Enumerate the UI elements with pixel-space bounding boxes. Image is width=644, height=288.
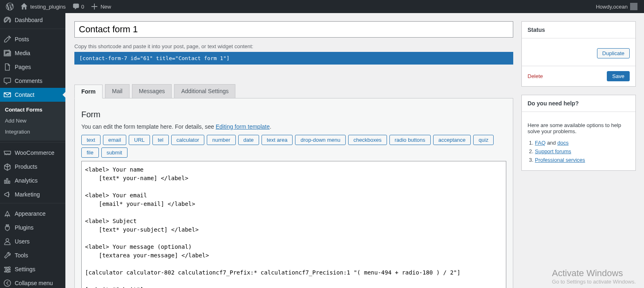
marketing-icon	[3, 190, 11, 199]
menu-item-label: Settings	[15, 266, 36, 272]
media-icon	[3, 49, 11, 57]
avatar	[630, 3, 637, 10]
menu-item-label: Products	[15, 163, 37, 170]
analytics-icon	[3, 176, 11, 185]
tag-btn-text-area[interactable]: text area	[262, 135, 293, 145]
help-link-forums[interactable]: Support forums	[535, 148, 571, 154]
tag-btn-file[interactable]: file	[81, 147, 99, 158]
contact-icon	[3, 91, 11, 99]
tag-btn-checkboxes[interactable]: checkboxes	[348, 135, 387, 145]
help-list: FAQ and docs Support forums Professional…	[535, 140, 630, 163]
form-panel: Form You can edit the form template here…	[74, 98, 513, 288]
form-desc-prefix: You can edit the form template here. For…	[81, 123, 216, 130]
menu-separator	[0, 142, 65, 144]
howdy-prefix: Howdy,	[596, 4, 613, 10]
submenu-item-add-new[interactable]: Add New	[0, 115, 65, 126]
help-heading: Do you need help?	[522, 95, 635, 112]
settings-icon	[3, 265, 11, 273]
tag-btn-radio-buttons[interactable]: radio buttons	[389, 135, 431, 145]
help-postbox: Do you need help? Here are some availabl…	[521, 95, 636, 171]
appearance-icon	[3, 210, 11, 218]
menu-item-woocommerce[interactable]: WooCommerce	[0, 146, 65, 160]
menu-item-label: Collapse menu	[15, 280, 53, 286]
tag-btn-email[interactable]: email	[103, 135, 126, 145]
menu-item-label: Analytics	[15, 177, 38, 184]
status-heading: Status	[522, 22, 635, 38]
comments-bubble[interactable]: 0	[69, 0, 87, 13]
menu-item-plugins[interactable]: Plugins	[0, 221, 65, 234]
shortcode-note: Copy this shortcode and paste it into yo…	[74, 43, 513, 49]
menu-item-media[interactable]: Media	[0, 46, 65, 60]
tag-btn-drop-down-menu[interactable]: drop-down menu	[295, 135, 346, 145]
menu-item-contact[interactable]: Contact	[0, 88, 65, 102]
woocommerce-icon	[3, 149, 11, 157]
home-icon	[20, 3, 28, 10]
editing-template-link[interactable]: Editing form template	[216, 123, 270, 130]
plus-icon	[91, 3, 98, 10]
menu-item-tools[interactable]: Tools	[0, 248, 65, 262]
site-name[interactable]: testing_plugins	[17, 0, 69, 13]
tag-btn-url[interactable]: URL	[129, 135, 150, 145]
tag-btn-calculator[interactable]: calculator	[171, 135, 205, 145]
wp-logo[interactable]	[2, 0, 17, 13]
menu-item-collapse[interactable]: Collapse menu	[0, 276, 65, 288]
menu-item-users[interactable]: Users	[0, 234, 65, 248]
collapse-icon	[3, 279, 11, 287]
tab-mail[interactable]: Mail	[105, 84, 130, 98]
form-panel-heading: Form	[81, 110, 506, 119]
menu-item-dashboard[interactable]: Dashboard	[0, 13, 65, 27]
save-button[interactable]: Save	[607, 71, 630, 81]
tag-btn-acceptance[interactable]: acceptance	[433, 135, 471, 145]
submenu-item-integration[interactable]: Integration	[0, 126, 65, 137]
form-desc-suffix: .	[270, 123, 271, 130]
form-title-input[interactable]	[74, 21, 513, 38]
menu-item-comments[interactable]: Comments	[0, 74, 65, 88]
my-account[interactable]: Howdy, ocean	[593, 0, 641, 13]
help-link-pro[interactable]: Professional services	[535, 157, 585, 163]
duplicate-button[interactable]: Duplicate	[597, 48, 630, 58]
tag-btn-number[interactable]: number	[207, 135, 235, 145]
menu-item-analytics[interactable]: Analytics	[0, 174, 65, 188]
form-template-textarea[interactable]	[81, 161, 506, 288]
comments-icon	[3, 77, 11, 85]
comment-icon	[72, 3, 80, 10]
help-link-docs[interactable]: docs	[557, 140, 568, 146]
sidebar-right: Status Duplicate Delete Save Do you need…	[521, 21, 636, 179]
tag-buttons: textemailURLtelcalculatornumberdatetext …	[81, 135, 506, 158]
menu-item-pages[interactable]: Pages	[0, 60, 65, 74]
tag-btn-submit[interactable]: submit	[101, 147, 127, 158]
help-and: and	[546, 140, 557, 146]
tab-addl[interactable]: Additional Settings	[174, 84, 235, 98]
delete-link[interactable]: Delete	[528, 73, 543, 79]
menu-item-label: Contact	[15, 92, 34, 98]
menu-item-label: Tools	[15, 252, 28, 259]
tag-btn-text[interactable]: text	[81, 135, 101, 145]
plugins-icon	[3, 223, 11, 232]
menu-item-label: Posts	[15, 36, 29, 42]
menu-item-label: Appearance	[15, 210, 46, 217]
submenu-item-contact-forms[interactable]: Contact Forms	[0, 104, 65, 115]
status-postbox: Status Duplicate Delete Save	[521, 21, 636, 87]
posts-icon	[3, 35, 11, 43]
tab-form[interactable]: Form	[74, 85, 103, 98]
menu-item-settings[interactable]: Settings	[0, 262, 65, 276]
menu-item-marketing[interactable]: Marketing	[0, 188, 65, 201]
menu-item-products[interactable]: Products	[0, 160, 65, 174]
comments-count: 0	[81, 4, 84, 10]
tag-btn-tel[interactable]: tel	[152, 135, 169, 145]
menu-item-label: Plugins	[15, 224, 34, 231]
menu-item-label: Media	[15, 50, 30, 56]
shortcode-display[interactable]: [contact-form-7 id="61" title="Contact f…	[74, 52, 513, 65]
help-link-faq[interactable]: FAQ	[535, 140, 546, 146]
dashboard-icon	[3, 16, 11, 24]
menu-item-posts[interactable]: Posts	[0, 32, 65, 46]
menu-separator	[0, 203, 65, 205]
tag-btn-quiz[interactable]: quiz	[473, 135, 494, 145]
tag-btn-date[interactable]: date	[238, 135, 259, 145]
tab-messages[interactable]: Messages	[132, 84, 172, 98]
adminbar: testing_plugins 0 New Howdy, ocean	[0, 0, 644, 13]
menu-item-label: Dashboard	[15, 17, 43, 23]
new-content[interactable]: New	[87, 0, 114, 13]
menu-item-appearance[interactable]: Appearance	[0, 207, 65, 221]
admin-menu: DashboardPostsMediaPagesCommentsContactC…	[0, 13, 65, 288]
